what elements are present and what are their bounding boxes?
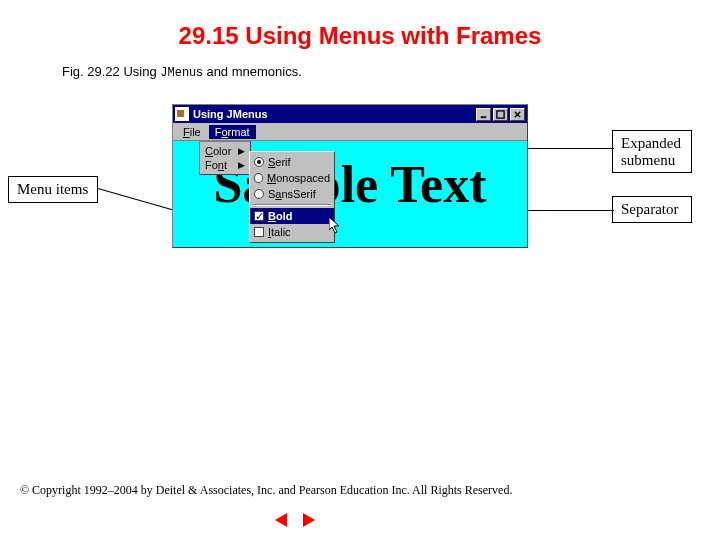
close-button[interactable] (510, 108, 525, 121)
radio-off-icon (254, 173, 263, 183)
prev-slide-button[interactable] (272, 510, 292, 530)
svg-marker-6 (303, 513, 315, 527)
menu-item-color[interactable]: Color ▶ (200, 144, 250, 158)
caption-suffix: s and mnemonics. (196, 64, 302, 79)
submenu-item-serif[interactable]: Serif (250, 154, 334, 170)
next-slide-button[interactable] (298, 510, 318, 530)
java-icon (175, 107, 189, 121)
menu-file-rest: ile (190, 126, 201, 138)
radio-off-icon (254, 189, 264, 199)
submenu-item-italic[interactable]: Italic (250, 224, 334, 240)
copyright: © Copyright 1992–2004 by Deitel & Associ… (20, 483, 512, 498)
caption-prefix: Fig. 29.22 Using (62, 64, 160, 79)
submenu-item-sansserif[interactable]: SansSerif (250, 186, 334, 202)
maximize-button[interactable] (493, 108, 508, 121)
menu-format-rest: rmat (228, 126, 250, 138)
menu-format[interactable]: Format (209, 125, 256, 139)
chevron-right-icon: ▶ (238, 160, 245, 170)
nav-buttons (272, 510, 318, 530)
annotation-separator: Separator (612, 196, 692, 223)
minimize-button[interactable] (476, 108, 491, 121)
menu-file[interactable]: File (177, 125, 207, 139)
window-title: Using JMenus (193, 108, 474, 120)
submenu-separator (253, 204, 331, 206)
svg-marker-5 (275, 513, 287, 527)
caption-code: JMenu (160, 66, 196, 80)
menubar: File Format (173, 123, 527, 141)
annotation-expanded-submenu: Expanded submenu (612, 130, 692, 173)
svg-marker-4 (329, 217, 339, 233)
figure-caption: Fig. 29.22 Using JMenus and mnemonics. (62, 64, 720, 80)
titlebar: Using JMenus (173, 105, 527, 123)
chevron-right-icon: ▶ (238, 146, 245, 156)
submenu-item-monospaced[interactable]: Monospaced (250, 170, 334, 186)
slide-title: 29.15 Using Menus with Frames (0, 22, 720, 50)
submenu-item-bold[interactable]: ✓ Bold (250, 208, 334, 224)
figure-stage: Menu items Expanded submenu Separator Us… (0, 98, 720, 338)
format-dropdown: Color ▶ Font ▶ (199, 141, 251, 175)
font-submenu: Serif Monospaced SansSerif ✓ Bold It (249, 151, 335, 243)
checkbox-unchecked-icon (254, 227, 264, 237)
radio-on-icon (254, 157, 264, 167)
app-window: Using JMenus File Format Sample Text Col… (172, 104, 528, 248)
annotation-menu-items: Menu items (8, 176, 98, 203)
cursor-icon (329, 217, 343, 235)
svg-rect-1 (497, 110, 504, 117)
client-area: Sample Text Color ▶ Font ▶ Serif (173, 141, 527, 247)
checkbox-checked-icon: ✓ (254, 211, 264, 221)
menu-item-font[interactable]: Font ▶ (200, 158, 250, 172)
